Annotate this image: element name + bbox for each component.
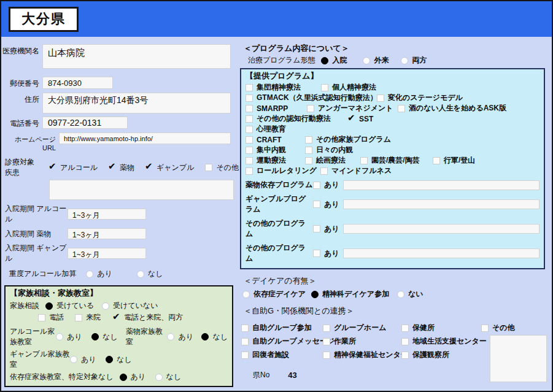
- severe-alcohol-radio-nashi[interactable]: なし: [137, 269, 163, 279]
- program-checkbox[interactable]: その他の認知行動療法: [246, 113, 348, 124]
- coop-checkbox-selfhelp-join[interactable]: 自助グループ参加: [241, 323, 323, 333]
- period-gambling-input[interactable]: 1~3ヶ月: [68, 248, 146, 259]
- program-checkbox[interactable]: 日々の内観: [305, 145, 353, 155]
- period-drug-input[interactable]: 1~3ヶ月: [68, 228, 146, 239]
- address-input[interactable]: 大分県別府市光町14番3号: [42, 93, 231, 113]
- disease-checkbox-alcohol[interactable]: アルコール: [49, 163, 98, 173]
- postal-code-input[interactable]: 874-0930: [42, 77, 113, 89]
- disease-checkbox-other[interactable]: その他: [205, 163, 239, 173]
- checkbox-icon: [481, 325, 489, 332]
- checkbox-icon: [323, 325, 330, 332]
- program-checkbox-sst[interactable]: SST: [348, 115, 373, 123]
- severe-alcohol-radio-ari[interactable]: あり: [86, 269, 112, 279]
- daycare-section-header: ＜デイケアの有無＞: [239, 275, 552, 286]
- gambling-program-detail-input[interactable]: [343, 199, 539, 209]
- family-class-drug-nashi[interactable]: なし: [201, 332, 228, 342]
- gambling-program-label: ギャンブルプログラム: [246, 194, 313, 215]
- program-checkbox[interactable]: 心理教育: [246, 124, 286, 134]
- drug-program-detail-input[interactable]: [343, 180, 539, 190]
- family-class-alcohol-label: アルコール家族教室: [10, 326, 56, 347]
- checkbox-icon: [241, 352, 249, 359]
- checkbox-icon: [348, 115, 355, 123]
- checkbox-label: あり: [324, 180, 339, 190]
- program-checkbox[interactable]: 個人精神療法: [321, 82, 376, 93]
- family-class-nontarget-ari[interactable]: あり: [120, 372, 155, 382]
- family-class-gambling-ari[interactable]: あり: [70, 355, 106, 365]
- checkbox-icon: [241, 325, 249, 332]
- program-checkbox[interactable]: SMARPP: [246, 104, 307, 113]
- checkbox-label: 行軍/登山: [444, 155, 475, 166]
- program-checkbox[interactable]: 園芸/農芸/陶芸: [360, 155, 433, 166]
- family-class-alcohol-ari[interactable]: あり: [56, 332, 91, 342]
- checkbox-label: 自助グループ参加: [252, 323, 312, 333]
- coop-checkbox-probation-office[interactable]: 保護観察所: [401, 350, 481, 360]
- coop-checkbox-community-support-center[interactable]: 地域生活支援センター: [401, 336, 481, 347]
- coop-checkbox-recovery-facility[interactable]: 回復者施設: [241, 350, 323, 360]
- program-checkbox[interactable]: ロールレタリング: [246, 166, 320, 176]
- other-program-ari-checkbox[interactable]: あり: [313, 248, 339, 259]
- treatment-radio-both[interactable]: 両方: [401, 55, 427, 66]
- program-checkbox[interactable]: 絵画療法: [305, 155, 360, 166]
- family-class-alcohol-nashi[interactable]: なし: [91, 332, 122, 342]
- program-checkbox[interactable]: 変化のステージモデル: [377, 93, 463, 103]
- checkbox-icon: [401, 352, 409, 359]
- consult-method-both[interactable]: 電話と来院、両方: [113, 312, 183, 323]
- disease-checkbox-gambling[interactable]: ギャンブル: [145, 163, 194, 173]
- consult-method-visit[interactable]: 来院: [75, 312, 113, 323]
- other-program-detail-input[interactable]: [343, 224, 539, 234]
- coop-checkbox-other[interactable]: その他: [481, 323, 547, 333]
- consult-method-phone[interactable]: 電話: [38, 312, 70, 323]
- gambling-program-ari-checkbox[interactable]: あり: [313, 199, 339, 210]
- period-drug-label: 入院期間 薬物: [1, 229, 68, 239]
- checkbox-label: ギャンブル: [157, 163, 194, 173]
- header-banner: 大分県: [1, 1, 552, 37]
- other-program-ari-checkbox[interactable]: あり: [313, 224, 339, 234]
- disease-checkbox-drug[interactable]: 薬物: [109, 163, 134, 173]
- daycare-radio-none[interactable]: ない: [397, 289, 423, 299]
- program-checkbox[interactable]: 運動療法: [246, 155, 305, 166]
- program-checkbox[interactable]: 酒のない人生を始めるASK版: [398, 103, 506, 113]
- pref-no: 県No 43: [253, 370, 297, 380]
- daycare-radio-addiction[interactable]: 依存症デイケア: [242, 289, 311, 299]
- consult-radio-no[interactable]: 受けていない: [102, 301, 158, 311]
- checkbox-icon: [246, 126, 253, 133]
- treatment-radio-outpatient[interactable]: 外来: [363, 55, 401, 66]
- other-program-detail-input[interactable]: [343, 248, 539, 258]
- checkbox-icon: [49, 164, 56, 171]
- checkbox-icon: [113, 314, 120, 321]
- program-checkbox[interactable]: 行軍/登山: [433, 155, 475, 166]
- program-checkbox[interactable]: マインドフルネス: [320, 166, 392, 176]
- radio-icon: [167, 333, 174, 340]
- coop-checkbox-mental-welfare-center[interactable]: 精神保健福祉センター: [323, 350, 401, 360]
- checkbox-icon: [305, 147, 312, 154]
- checkbox-icon: [323, 352, 330, 359]
- phone-input[interactable]: 0977-22-0131: [42, 117, 128, 129]
- coop-checkbox-grouphome[interactable]: グループホーム: [323, 323, 401, 333]
- program-checkbox[interactable]: CRAFT: [246, 136, 305, 144]
- checkbox-icon: [305, 136, 312, 144]
- family-class-drug-ari[interactable]: あり: [167, 332, 201, 342]
- program-checkbox[interactable]: その他家族プログラム: [305, 134, 391, 145]
- family-class-gambling-nashi[interactable]: なし: [106, 355, 132, 365]
- disease-note-input[interactable]: [49, 180, 234, 200]
- provided-program-box: 【提供プログラム】 集団精神療法 個人精神療法 GTMACK（久里浜式認知行動療…: [240, 68, 545, 269]
- program-checkbox[interactable]: 集中内観: [246, 145, 305, 155]
- program-checkbox[interactable]: 集団精神療法: [246, 82, 321, 93]
- radio-icon: [45, 302, 53, 310]
- consult-radio-yes[interactable]: 受けている: [45, 301, 102, 311]
- drug-program-ari-checkbox[interactable]: あり: [313, 180, 339, 190]
- homepage-url-input[interactable]: http://www.yamamoto-hp.info/: [59, 133, 231, 144]
- institution-name-input[interactable]: 山本病院: [42, 44, 231, 69]
- cooperation-note-area[interactable]: [490, 335, 547, 382]
- daycare-radio-psychiatric[interactable]: 精神科デイケア参加: [311, 289, 397, 299]
- radio-icon: [363, 57, 370, 64]
- family-class-nontarget-nashi[interactable]: なし: [155, 372, 182, 382]
- period-alcohol-input[interactable]: 1~3ヶ月: [68, 209, 146, 220]
- radio-label: あり: [67, 332, 82, 342]
- coop-checkbox-health-center[interactable]: 保健所: [401, 323, 481, 333]
- coop-checkbox-workshop[interactable]: 作業所: [323, 336, 401, 347]
- target-disease-label: 診療対象疾患: [5, 157, 39, 178]
- treatment-radio-inpatient[interactable]: 入院: [321, 55, 363, 66]
- coop-checkbox-selfhelp-message[interactable]: 自助グループメッセージ: [241, 336, 323, 347]
- program-checkbox[interactable]: GTMACK（久里浜式認知行動療法）: [246, 93, 377, 103]
